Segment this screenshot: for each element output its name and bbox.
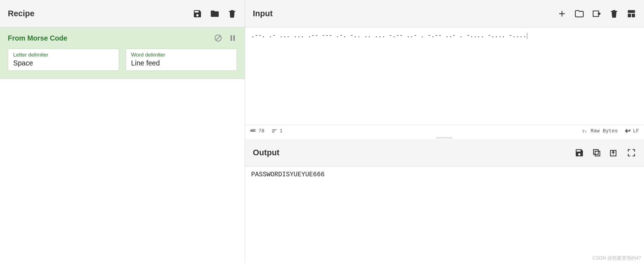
- output-header: Output: [245, 139, 644, 166]
- svg-rect-4: [628, 10, 635, 13]
- io-pane: Input .--. .- ... ... .-- --- .-. -.. ..…: [245, 0, 644, 263]
- eol-value: LF: [633, 128, 639, 134]
- save-recipe-icon[interactable]: [193, 9, 202, 18]
- watermark: CSDN @想要变强的47: [592, 255, 641, 261]
- add-tab-icon[interactable]: [557, 9, 567, 18]
- clear-input-icon[interactable]: [609, 9, 619, 18]
- operation-name: From Morse Code: [8, 34, 214, 42]
- word-delimiter-field[interactable]: Word delimiter Line feed: [126, 49, 237, 71]
- svg-rect-5: [628, 14, 631, 17]
- operation-card: From Morse Code Letter delimiter Space W…: [0, 27, 245, 79]
- recipe-toolbar: [193, 9, 237, 18]
- svg-line-1: [216, 36, 220, 40]
- input-status-bar: ABC 78 1 TT Raw Bytes LF: [245, 125, 644, 136]
- move-to-input-icon[interactable]: [609, 148, 619, 158]
- save-output-icon[interactable]: [575, 148, 584, 158]
- disable-icon[interactable]: [214, 34, 222, 42]
- svg-rect-9: [595, 151, 600, 156]
- char-count: ABC 78: [250, 128, 265, 134]
- folder-icon[interactable]: [210, 9, 220, 18]
- recipe-title: Recipe: [8, 9, 193, 18]
- pane-drag-handle[interactable]: [245, 136, 644, 139]
- svg-rect-6: [632, 14, 635, 17]
- operation-header: From Morse Code: [8, 27, 237, 49]
- operation-args: Letter delimiter Space Word delimiter Li…: [8, 49, 237, 71]
- output-title: Output: [253, 148, 575, 157]
- svg-text:T: T: [585, 130, 587, 133]
- letter-delimiter-label: Letter delimiter: [13, 52, 114, 58]
- trash-icon[interactable]: [227, 9, 237, 18]
- letter-delimiter-value: Space: [13, 59, 114, 67]
- reset-layout-icon[interactable]: [627, 9, 636, 18]
- recipe-header: Recipe: [0, 0, 245, 27]
- recipe-pane: Recipe From Morse Code: [0, 0, 245, 263]
- letter-delimiter-field[interactable]: Letter delimiter Space: [8, 49, 119, 71]
- line-count-value: 1: [280, 128, 283, 134]
- open-folder-icon[interactable]: [575, 9, 584, 18]
- open-file-input-icon[interactable]: [592, 9, 601, 18]
- return-icon: [624, 128, 631, 134]
- char-count-value: 78: [258, 128, 265, 134]
- maximize-output-icon[interactable]: [627, 148, 636, 158]
- word-delimiter-value: Line feed: [131, 59, 232, 67]
- input-toolbar: [557, 9, 636, 18]
- copy-output-icon[interactable]: [592, 148, 601, 158]
- encoding-selector[interactable]: TT Raw Bytes: [582, 128, 618, 134]
- input-textarea[interactable]: .--. .- ... ... .-- --- .-. -.. .. ... -…: [245, 27, 644, 125]
- text-case-icon: TT: [582, 128, 588, 134]
- output-toolbar: [575, 148, 636, 158]
- abc-icon: ABC: [250, 128, 256, 134]
- word-delimiter-label: Word delimiter: [131, 52, 232, 58]
- pause-icon[interactable]: [228, 34, 237, 42]
- input-title: Input: [253, 9, 557, 18]
- svg-text:T: T: [582, 129, 585, 133]
- svg-rect-2: [231, 35, 232, 41]
- encoding-value: Raw Bytes: [591, 128, 618, 134]
- lines-icon: [271, 128, 277, 134]
- line-count: 1: [271, 128, 283, 134]
- svg-rect-3: [234, 35, 235, 41]
- output-text[interactable]: PASSWORDISYUEYUE666: [245, 166, 644, 263]
- eol-selector[interactable]: LF: [624, 128, 639, 134]
- svg-rect-10: [594, 149, 598, 154]
- input-header: Input: [245, 0, 644, 27]
- operation-controls: [214, 34, 237, 42]
